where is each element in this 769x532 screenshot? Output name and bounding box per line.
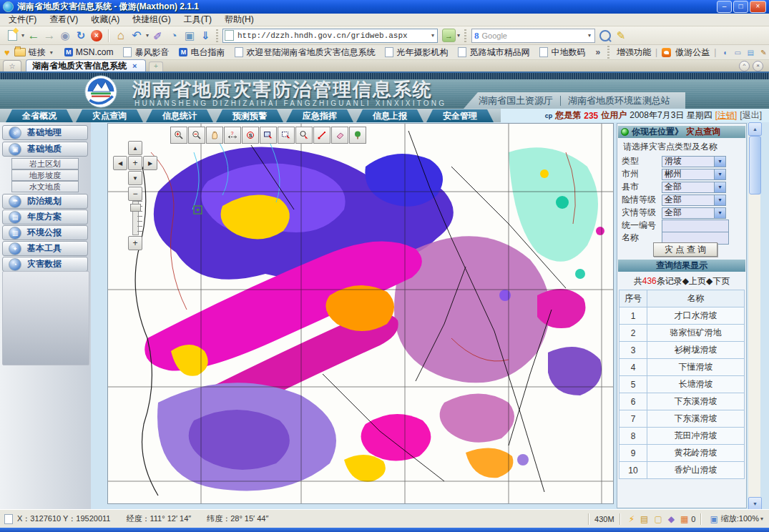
- nav-tab-query[interactable]: 灾点查询: [76, 109, 143, 122]
- search-button[interactable]: [597, 28, 613, 44]
- unified-id-input[interactable]: [662, 220, 729, 232]
- table-row[interactable]: 5长塘滑坡: [619, 376, 745, 393]
- nav-tab-overview[interactable]: 全省概况: [6, 109, 73, 122]
- sidebar-item-env-bulletin[interactable]: ▥环境公报: [2, 225, 88, 240]
- sidebar-item-prevention-plan[interactable]: ☂防治规划: [2, 194, 88, 209]
- refresh-button[interactable]: ↻: [73, 28, 89, 44]
- inbox-icon[interactable]: ▤: [640, 514, 648, 524]
- county-select[interactable]: 全部▾: [662, 182, 726, 193]
- pan-tool[interactable]: [206, 127, 223, 144]
- new-tab-button[interactable]: +: [149, 61, 163, 72]
- result-name[interactable]: 衫树垅滑坡: [647, 342, 745, 359]
- zoom-out-tool[interactable]: [188, 127, 205, 144]
- pan-up-button[interactable]: ▲: [128, 141, 142, 155]
- stop-button[interactable]: ×: [89, 28, 104, 44]
- zoom-dropdown[interactable]: ▾: [759, 516, 765, 522]
- table-row[interactable]: 8荒田冲滑坡: [619, 428, 745, 445]
- go-dropdown[interactable]: ▾: [456, 32, 461, 39]
- rect-deselect-tool[interactable]: [278, 127, 295, 144]
- result-name[interactable]: 下东溪滑坡: [647, 410, 745, 428]
- table-row[interactable]: 6下东溪滑坡: [619, 393, 745, 410]
- result-name[interactable]: 荒田冲滑坡: [647, 428, 745, 445]
- sidebar-item-basic-geology[interactable]: ▣基础地质: [2, 142, 88, 157]
- panel-close-button[interactable]: ×: [753, 61, 763, 72]
- overview-tool[interactable]: [349, 127, 366, 144]
- search-input[interactable]: Google: [482, 31, 587, 40]
- sidebar-item-disaster-data[interactable]: ◔灾害数据: [2, 257, 88, 272]
- new-page-button[interactable]: [4, 28, 20, 44]
- tab-close-icon[interactable]: ×: [132, 61, 137, 70]
- zoom-level[interactable]: 缩放:100%: [721, 513, 759, 524]
- city-select[interactable]: 郴州▾: [662, 169, 726, 180]
- menu-view[interactable]: 查看(V): [44, 13, 84, 26]
- result-name[interactable]: 下东溪滑坡: [647, 393, 745, 410]
- table-row[interactable]: 10香炉山滑坡: [619, 462, 745, 479]
- home-button[interactable]: ⌂: [113, 28, 129, 44]
- query-submit-button[interactable]: 灾 点 查 询: [653, 242, 717, 257]
- table-row[interactable]: 9黄花岭滑坡: [619, 445, 745, 462]
- nav-tab-emergency[interactable]: 应急指挥: [286, 109, 353, 122]
- download-button[interactable]: ⇓: [197, 28, 213, 44]
- link-photo[interactable]: 光年摄影机构: [385, 46, 448, 59]
- result-name[interactable]: 长塘滑坡: [647, 376, 745, 393]
- result-name[interactable]: 下懂滑坡: [647, 359, 745, 376]
- sidebar-sub-rock-zoning[interactable]: 岩土区划: [11, 158, 79, 169]
- result-name[interactable]: 骆家恒矿滑地: [647, 325, 745, 342]
- table-row[interactable]: 2骆家恒矿滑地: [619, 325, 745, 342]
- recenter-button[interactable]: +: [128, 156, 142, 170]
- chevron-down-icon[interactable]: ▾: [714, 169, 725, 179]
- favorites-heart-icon[interactable]: ♥: [4, 48, 10, 56]
- close-button[interactable]: ×: [750, 1, 766, 13]
- folder-status-icon[interactable]: ▢: [654, 514, 662, 524]
- select-circle-tool[interactable]: S: [242, 127, 259, 144]
- maximize-button[interactable]: □: [733, 1, 748, 13]
- go-button[interactable]: →: [442, 29, 456, 42]
- scroll-thumb[interactable]: [749, 136, 761, 194]
- menu-groups[interactable]: 快捷组(G): [127, 13, 176, 26]
- charity-button[interactable]: 傲游公益: [675, 46, 710, 59]
- brush-icon[interactable]: ✎: [759, 48, 768, 56]
- magic-wand-button[interactable]: ✎: [150, 28, 166, 44]
- sidebar-item-basic-tools[interactable]: ✦基本工具: [2, 241, 88, 256]
- nav-tab-stats[interactable]: 信息统计: [146, 109, 213, 122]
- link-baofeng[interactable]: 暴风影音: [123, 46, 169, 59]
- favorites-panel-button[interactable]: ☆: [3, 60, 21, 72]
- table-row[interactable]: 4下懂滑坡: [619, 359, 745, 376]
- chevron-down-icon[interactable]: ▾: [714, 195, 725, 205]
- geology-map-canvas[interactable]: [108, 124, 613, 503]
- exit-link[interactable]: [退出]: [740, 109, 762, 122]
- enhance-button[interactable]: 增强功能: [617, 46, 651, 59]
- link-zhongdi[interactable]: 中地数码: [539, 46, 585, 59]
- pan-right-button[interactable]: ▶: [143, 156, 157, 170]
- nav-tab-security[interactable]: 安全管理: [426, 109, 494, 122]
- pan-left-button[interactable]: ◀: [113, 156, 127, 170]
- chevron-down-icon[interactable]: ▾: [714, 157, 725, 167]
- point-draw-tool[interactable]: [313, 127, 330, 144]
- nav-tab-report[interactable]: 信息上报: [356, 109, 423, 122]
- pan-down-button[interactable]: ▼: [128, 171, 142, 185]
- prev-page-link[interactable]: ◆上页: [682, 276, 706, 286]
- chevron-down-icon[interactable]: ▾: [714, 182, 725, 192]
- scroll-up-button[interactable]: ▲: [748, 122, 762, 136]
- eraser-tool[interactable]: [331, 127, 348, 144]
- resize-grip-icon[interactable]: ▣: [710, 514, 717, 524]
- zoom-in-tool[interactable]: [170, 127, 187, 144]
- notes-icon[interactable]: ◆: [668, 514, 675, 524]
- menu-favorites[interactable]: 收藏(A): [85, 13, 125, 26]
- boost-icon[interactable]: ⚡: [629, 514, 635, 524]
- minimize-button[interactable]: –: [717, 1, 732, 13]
- account-icon[interactable]: ◖: [720, 48, 729, 56]
- links-folder[interactable]: 链接 ▾: [14, 46, 54, 59]
- new-page-dropdown[interactable]: ▾: [20, 32, 26, 39]
- banner-link-monitor-station[interactable]: 湖南省地质环境监测总站: [568, 94, 670, 107]
- risk-level-select[interactable]: 全部▾: [662, 194, 726, 206]
- highlight-button[interactable]: ✎: [613, 28, 629, 44]
- zoom-slider-thumb[interactable]: [130, 204, 141, 212]
- forward-button[interactable]: →: [41, 28, 57, 44]
- undo-dropdown[interactable]: ▾: [145, 32, 150, 39]
- nav-tab-forecast[interactable]: 预测预警: [216, 109, 283, 122]
- url-input[interactable]: [236, 31, 430, 41]
- measure-tool[interactable]: ?: [224, 127, 241, 144]
- url-dropdown[interactable]: ▾: [430, 32, 436, 39]
- map-viewport[interactable]: ? S ▲ ◀ + ▶ ▼ − +: [107, 123, 614, 504]
